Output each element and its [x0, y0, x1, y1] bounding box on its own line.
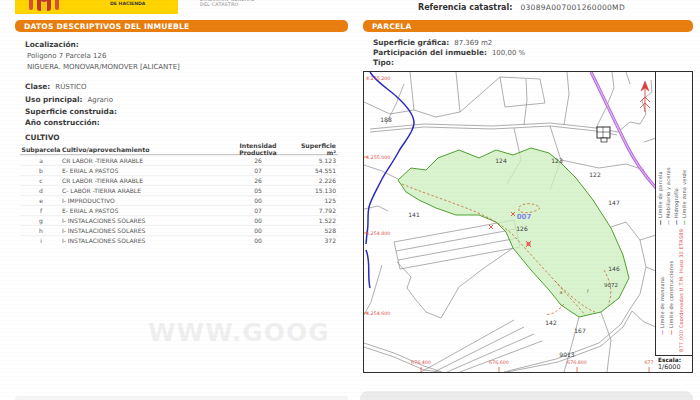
subparcel-letter: f — [587, 288, 589, 294]
table-cell: 26 — [222, 177, 294, 184]
table-cell: I- IMPRODUCTIVO — [62, 197, 222, 204]
escala-value: 1/6000 — [658, 364, 692, 371]
table-cell: 372 — [294, 237, 338, 244]
subparcel-letter: a — [559, 289, 562, 295]
next-section-band — [15, 396, 348, 400]
coord-label-bottom: 677 — [644, 360, 653, 365]
uso-principal-row: Uso principal: Agrario — [25, 95, 113, 104]
table-header-row: SubparcelaCultivo/aprovechamientoIntensi… — [20, 144, 338, 155]
localizacion-line1: Poligono 7 Parcela 126 — [27, 52, 106, 60]
table-cell: g — [20, 217, 62, 224]
table-cell: 5.123 — [294, 157, 338, 164]
table-row: iI- INSTALACIONES SOLARES00372 — [20, 235, 338, 245]
north-arrow-icon — [640, 81, 650, 112]
table-cell: CR LABOR -TIERRA ARABLE — [62, 177, 222, 184]
map-scale: Escala: 1/6000 — [655, 355, 692, 372]
polygon-number-label: 007 — [517, 213, 532, 221]
tipo-label: Tipo: — [373, 58, 394, 67]
table-cell: f — [20, 207, 62, 214]
catastro-org-label: DIRECCIÓN GENERAL DEL CATASTRO — [200, 0, 320, 10]
parcel-label: 142 — [545, 319, 557, 326]
referencia-label: Referencia catastral: — [418, 3, 512, 12]
table-cell: 00 — [222, 217, 294, 224]
spain-coat-of-arms-icon — [15, 0, 75, 14]
referencia-value: 03089A007001260000MD — [520, 3, 625, 12]
clase-row: Clase: RÚSTICO — [25, 82, 86, 91]
map-legend: — Límite de parcela — Mobiliario y acera… — [655, 72, 692, 372]
legend-item: — Límite zona verde — [681, 100, 687, 225]
ministry-label: DE HACIENDA — [110, 1, 145, 6]
parcel-label: 123 — [551, 157, 563, 164]
table-cell: CR LABOR -TIERRA ARABLE — [62, 157, 222, 164]
table-cell: E- ERIAL A PASTOS — [62, 167, 222, 174]
coord-label-bottom: 676.400 — [411, 360, 431, 365]
table-cell: 00 — [222, 237, 294, 244]
table-cell: i — [20, 237, 62, 244]
table-cell: e — [20, 197, 62, 204]
parcel-label: 124 — [495, 157, 507, 164]
cadastral-map: 188 124 123 122 141 147 146 9072 142 167… — [363, 71, 693, 373]
table-cell: I- INSTALACIONES SOLARES — [62, 227, 222, 234]
superficie-construida-row: Superficie construida: — [25, 107, 122, 116]
localizacion-line2: NIGUERA. MONOVAR/MONOVER [ALICANTE] — [27, 63, 180, 71]
table-header-cell: Intensidad Productiva — [222, 142, 294, 156]
parcel-label: 9013 — [559, 351, 574, 358]
table-cell: E- ERIAL A PASTOS — [62, 207, 222, 214]
coord-label-left: 4.254.800 — [366, 231, 390, 236]
cadastral-map-drawing: 188 124 123 122 141 147 146 9072 142 167… — [364, 72, 656, 372]
table-row: dC- LABOR -TIERRA ARABLE0515.130 — [20, 185, 338, 195]
next-section-band — [360, 391, 693, 400]
watermark: WWW.GOOG — [148, 318, 350, 347]
cultivo-table: SubparcelaCultivo/aprovechamientoIntensi… — [20, 144, 338, 245]
left-section-header: DATOS DESCRIPTIVOS DEL INMUEBLE — [15, 20, 348, 32]
table-cell: 7.792 — [294, 207, 338, 214]
cadastral-document-page: DE HACIENDA DIRECCIÓN GENERAL DEL CATAST… — [0, 0, 700, 400]
parcel-label: 141 — [408, 211, 420, 218]
table-cell: 1.522 — [294, 217, 338, 224]
coord-label-left: 4.255.200 — [366, 76, 390, 81]
legend-item: — Límite de manzana — [659, 190, 665, 335]
table-cell: 15.130 — [294, 187, 338, 194]
table-cell: 125 — [294, 197, 338, 204]
table-cell: 26 — [222, 157, 294, 164]
table-cell: 54.551 — [294, 167, 338, 174]
table-cell: 07 — [222, 167, 294, 174]
cultivo-title: CULTIVO — [25, 133, 60, 142]
parcel-label: 146 — [608, 265, 620, 272]
coord-label-left: 4.254.600 — [366, 311, 390, 316]
table-cell: b — [20, 167, 62, 174]
table-cell: C- LABOR -TIERRA ARABLE — [62, 187, 222, 194]
parcel-label: 167 — [574, 327, 586, 334]
table-header-cell: Subparcela — [20, 146, 62, 153]
table-cell: 2.226 — [294, 177, 338, 184]
parcel-label: 9072 — [604, 282, 618, 288]
coord-system-note: 877.000 Coordenadas U.T.M. Huso 30 ETRS8… — [678, 212, 684, 352]
parcel-label: 122 — [589, 171, 601, 178]
coord-label-left: 4.255.000 — [366, 155, 390, 160]
table-header-cell: Cultivo/aprovechamiento — [62, 146, 222, 153]
localizacion-label: Localización: — [25, 40, 79, 49]
table-row: aCR LABOR -TIERRA ARABLE265.123 — [20, 155, 338, 165]
table-row: hI- INSTALACIONES SOLARES00528 — [20, 225, 338, 235]
table-row: cCR LABOR -TIERRA ARABLE262.226 — [20, 175, 338, 185]
parcel-label: 147 — [608, 199, 620, 206]
table-cell: 00 — [222, 197, 294, 204]
coord-label-bottom: 676.600 — [489, 360, 509, 365]
table-row: gI- INSTALACIONES SOLARES001.522 — [20, 215, 338, 225]
superficie-grafica-row: Superficie gráfica: 87.369 m2 — [373, 38, 492, 47]
coord-label-bottom: 676.800 — [567, 360, 587, 365]
legend-item: — Límite de construcciones — [668, 190, 674, 335]
table-cell: 528 — [294, 227, 338, 234]
table-row: bE- ERIAL A PASTOS0754.551 — [20, 165, 338, 175]
participacion-row: Participación del inmueble: 100,00 % — [373, 48, 525, 57]
table-cell: a — [20, 157, 62, 164]
table-cell: I- INSTALACIONES SOLARES — [62, 217, 222, 224]
table-cell: h — [20, 227, 62, 234]
building-icon — [597, 127, 610, 142]
table-cell: 05 — [222, 187, 294, 194]
subject-parcel-label: 126 — [516, 225, 528, 232]
table-row: eI- IMPRODUCTIVO00125 — [20, 195, 338, 205]
table-header-cell: Superficie m² — [294, 142, 338, 156]
table-cell: I- INSTALACIONES SOLARES — [62, 237, 222, 244]
right-section-header: PARCELA — [363, 20, 693, 32]
